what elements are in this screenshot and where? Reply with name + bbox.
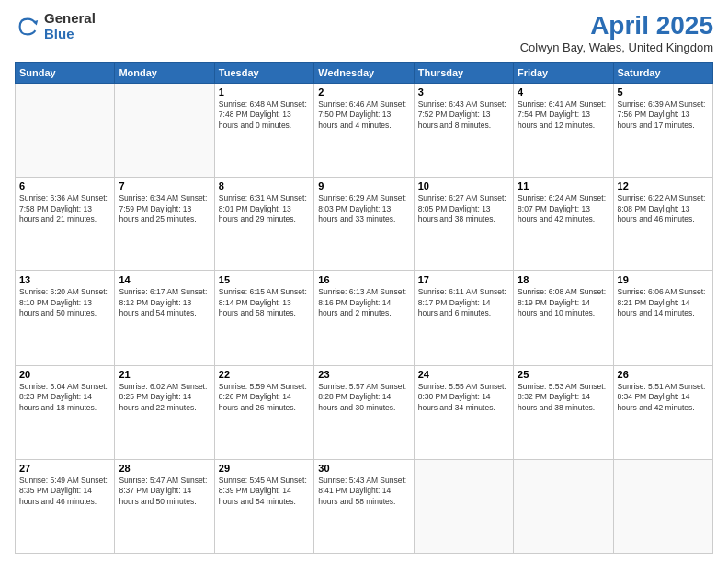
calendar-cell: 17Sunrise: 6:11 AM Sunset: 8:17 PM Dayli… (414, 271, 513, 365)
calendar-header-friday: Friday (514, 63, 613, 84)
calendar-header-monday: Monday (115, 63, 214, 84)
day-number: 21 (119, 369, 210, 380)
calendar-cell: 20Sunrise: 6:04 AM Sunset: 8:23 PM Dayli… (16, 365, 115, 459)
day-number: 27 (19, 463, 110, 474)
main-title: April 2025 (520, 11, 713, 40)
day-info: Sunrise: 6:31 AM Sunset: 8:01 PM Dayligh… (219, 193, 310, 224)
calendar-cell (16, 84, 115, 178)
day-info: Sunrise: 5:53 AM Sunset: 8:32 PM Dayligh… (518, 382, 609, 413)
day-number: 17 (418, 274, 509, 285)
logo-text: General Blue (44, 11, 96, 41)
day-info: Sunrise: 6:29 AM Sunset: 8:03 PM Dayligh… (318, 193, 409, 224)
calendar-week-1: 1Sunrise: 6:48 AM Sunset: 7:48 PM Daylig… (16, 84, 713, 178)
subtitle: Colwyn Bay, Wales, United Kingdom (520, 40, 713, 54)
day-info: Sunrise: 6:43 AM Sunset: 7:52 PM Dayligh… (418, 99, 509, 131)
calendar-week-4: 20Sunrise: 6:04 AM Sunset: 8:23 PM Dayli… (16, 365, 713, 459)
calendar-cell: 28Sunrise: 5:47 AM Sunset: 8:37 PM Dayli… (115, 459, 214, 553)
calendar-cell: 15Sunrise: 6:15 AM Sunset: 8:14 PM Dayli… (214, 271, 313, 365)
day-number: 6 (19, 180, 110, 191)
day-info: Sunrise: 5:59 AM Sunset: 8:26 PM Dayligh… (219, 382, 310, 413)
calendar-week-3: 13Sunrise: 6:20 AM Sunset: 8:10 PM Dayli… (16, 271, 713, 365)
day-info: Sunrise: 6:20 AM Sunset: 8:10 PM Dayligh… (19, 287, 110, 318)
calendar-cell: 10Sunrise: 6:27 AM Sunset: 8:05 PM Dayli… (414, 178, 513, 271)
day-number: 11 (518, 180, 609, 191)
day-number: 16 (318, 274, 409, 285)
day-number: 12 (618, 180, 709, 191)
day-number: 9 (318, 180, 409, 191)
logo-blue: Blue (44, 27, 96, 42)
day-number: 4 (518, 86, 609, 98)
calendar-cell: 16Sunrise: 6:13 AM Sunset: 8:16 PM Dayli… (314, 271, 414, 365)
calendar-header-tuesday: Tuesday (214, 63, 313, 84)
calendar-week-5: 27Sunrise: 5:49 AM Sunset: 8:35 PM Dayli… (16, 459, 713, 553)
day-number: 24 (418, 369, 509, 380)
day-info: Sunrise: 5:49 AM Sunset: 8:35 PM Dayligh… (19, 476, 110, 507)
day-info: Sunrise: 6:27 AM Sunset: 8:05 PM Dayligh… (418, 193, 509, 224)
calendar-header-thursday: Thursday (414, 63, 513, 84)
calendar-cell: 12Sunrise: 6:22 AM Sunset: 8:08 PM Dayli… (613, 178, 712, 271)
day-number: 28 (119, 463, 210, 474)
calendar-header-saturday: Saturday (613, 63, 712, 84)
calendar-cell (613, 459, 712, 553)
day-info: Sunrise: 6:06 AM Sunset: 8:21 PM Dayligh… (618, 287, 709, 318)
day-info: Sunrise: 6:34 AM Sunset: 7:59 PM Dayligh… (119, 193, 210, 224)
day-info: Sunrise: 6:08 AM Sunset: 8:19 PM Dayligh… (518, 287, 609, 318)
page: General Blue April 2025 Colwyn Bay, Wale… (0, 0, 728, 563)
day-info: Sunrise: 5:57 AM Sunset: 8:28 PM Dayligh… (318, 382, 409, 413)
calendar-cell: 25Sunrise: 5:53 AM Sunset: 8:32 PM Dayli… (514, 365, 613, 459)
day-info: Sunrise: 6:48 AM Sunset: 7:48 PM Dayligh… (219, 99, 310, 131)
day-info: Sunrise: 5:55 AM Sunset: 8:30 PM Dayligh… (418, 382, 509, 413)
calendar-cell: 14Sunrise: 6:17 AM Sunset: 8:12 PM Dayli… (115, 271, 214, 365)
calendar-week-2: 6Sunrise: 6:36 AM Sunset: 7:58 PM Daylig… (16, 178, 713, 271)
day-number: 20 (19, 369, 110, 380)
day-number: 29 (219, 463, 310, 474)
day-info: Sunrise: 6:15 AM Sunset: 8:14 PM Dayligh… (219, 287, 310, 318)
logo: General Blue (15, 11, 96, 41)
calendar-cell: 4Sunrise: 6:41 AM Sunset: 7:54 PM Daylig… (514, 84, 613, 178)
calendar-cell: 24Sunrise: 5:55 AM Sunset: 8:30 PM Dayli… (414, 365, 513, 459)
day-number: 18 (518, 274, 609, 285)
calendar-header-row: SundayMondayTuesdayWednesdayThursdayFrid… (16, 63, 713, 84)
calendar-cell: 30Sunrise: 5:43 AM Sunset: 8:41 PM Dayli… (314, 459, 414, 553)
calendar-header-sunday: Sunday (16, 63, 115, 84)
calendar-cell (414, 459, 513, 553)
day-number: 5 (618, 86, 709, 98)
day-number: 3 (418, 86, 509, 98)
calendar-cell: 5Sunrise: 6:39 AM Sunset: 7:56 PM Daylig… (613, 84, 712, 178)
day-number: 10 (418, 180, 509, 191)
day-number: 22 (219, 369, 310, 380)
day-number: 1 (219, 86, 310, 98)
calendar-cell: 19Sunrise: 6:06 AM Sunset: 8:21 PM Dayli… (613, 271, 712, 365)
day-info: Sunrise: 6:41 AM Sunset: 7:54 PM Dayligh… (518, 99, 609, 131)
calendar-cell: 29Sunrise: 5:45 AM Sunset: 8:39 PM Dayli… (214, 459, 313, 553)
logo-icon (15, 14, 40, 40)
day-number: 30 (318, 463, 409, 474)
calendar-cell (514, 459, 613, 553)
calendar-cell: 26Sunrise: 5:51 AM Sunset: 8:34 PM Dayli… (613, 365, 712, 459)
calendar-header-wednesday: Wednesday (314, 63, 414, 84)
day-number: 13 (19, 274, 110, 285)
logo-general: General (44, 11, 96, 27)
day-number: 7 (119, 180, 210, 191)
day-info: Sunrise: 6:39 AM Sunset: 7:56 PM Dayligh… (618, 99, 709, 131)
calendar-cell: 1Sunrise: 6:48 AM Sunset: 7:48 PM Daylig… (214, 84, 313, 178)
day-info: Sunrise: 6:04 AM Sunset: 8:23 PM Dayligh… (19, 382, 110, 413)
calendar-cell: 6Sunrise: 6:36 AM Sunset: 7:58 PM Daylig… (16, 178, 115, 271)
day-info: Sunrise: 6:02 AM Sunset: 8:25 PM Dayligh… (119, 382, 210, 413)
day-number: 23 (318, 369, 409, 380)
calendar-cell: 13Sunrise: 6:20 AM Sunset: 8:10 PM Dayli… (16, 271, 115, 365)
day-number: 8 (219, 180, 310, 191)
calendar-cell: 21Sunrise: 6:02 AM Sunset: 8:25 PM Dayli… (115, 365, 214, 459)
day-info: Sunrise: 6:13 AM Sunset: 8:16 PM Dayligh… (318, 287, 409, 318)
calendar-cell: 18Sunrise: 6:08 AM Sunset: 8:19 PM Dayli… (514, 271, 613, 365)
day-number: 15 (219, 274, 310, 285)
calendar-cell: 23Sunrise: 5:57 AM Sunset: 8:28 PM Dayli… (314, 365, 414, 459)
day-number: 19 (618, 274, 709, 285)
day-number: 25 (518, 369, 609, 380)
day-info: Sunrise: 5:43 AM Sunset: 8:41 PM Dayligh… (318, 476, 409, 507)
day-info: Sunrise: 6:17 AM Sunset: 8:12 PM Dayligh… (119, 287, 210, 318)
calendar-cell: 8Sunrise: 6:31 AM Sunset: 8:01 PM Daylig… (214, 178, 313, 271)
calendar-cell: 7Sunrise: 6:34 AM Sunset: 7:59 PM Daylig… (115, 178, 214, 271)
day-number: 14 (119, 274, 210, 285)
calendar-table: SundayMondayTuesdayWednesdayThursdayFrid… (15, 62, 713, 554)
